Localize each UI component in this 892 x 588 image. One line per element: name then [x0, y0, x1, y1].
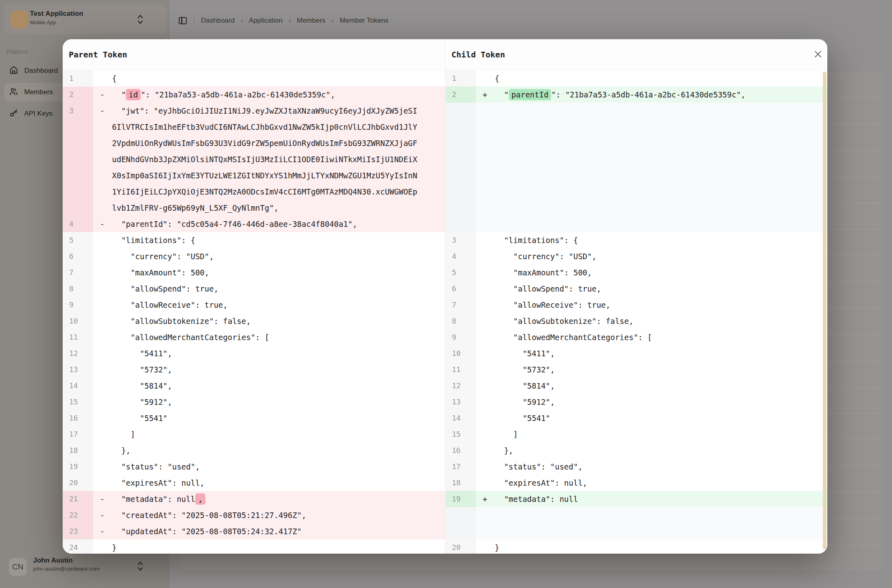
line-number: 22	[63, 507, 93, 523]
diff-line: 17 "status": "used",	[446, 459, 828, 475]
parent-token-title: Parent Token	[69, 50, 127, 59]
line-number: 3	[63, 103, 93, 216]
parent-token-diff: 1{2- "id": "21ba7a53-a5db-461a-a2bc-6143…	[63, 70, 445, 554]
diff-line: 14 "5541"	[446, 410, 828, 426]
diff-code: "allowSubtokenize": false,	[495, 313, 801, 329]
diff-line: 10 "5411",	[446, 345, 828, 362]
diff-line: 11 "5732",	[446, 362, 828, 378]
line-number: 5	[446, 264, 476, 281]
user-menu[interactable]: CN John Austin john.austin@cardware.com	[4, 556, 167, 581]
diff-line: 18 "expiresAt": null,	[446, 475, 828, 491]
breadcrumb-item[interactable]: Dashboard	[201, 17, 235, 25]
line-number: 18	[446, 475, 476, 491]
diff-code: "limitations": {	[495, 232, 801, 248]
topbar: Dashboard›Application›Members›Member Tok…	[178, 14, 389, 27]
child-token-title: Child Token	[452, 50, 505, 59]
diff-code: }	[112, 539, 418, 554]
diff-code: ]	[112, 426, 418, 442]
line-number: 11	[63, 329, 93, 345]
diff-code: }	[495, 539, 801, 554]
app-name: Test Application	[30, 10, 83, 18]
breadcrumb-item[interactable]: Members	[297, 17, 326, 25]
breadcrumb-item[interactable]: Application	[249, 17, 283, 25]
diff-code: "5814",	[112, 378, 418, 394]
line-number: 7	[63, 264, 93, 281]
diff-line: 23- "updatedAt": "2025-08-08T05:24:32.41…	[63, 523, 445, 539]
child-token-pane: Child Token 1{2+ "parentId": "21ba7a53-a…	[445, 39, 828, 554]
diff-line: 13 "5732",	[63, 362, 445, 378]
diff-line: 1{	[446, 70, 828, 87]
diff-line: 24}	[63, 539, 445, 554]
home-icon	[9, 65, 19, 77]
diff-line: 9 "allowReceive": true,	[63, 297, 445, 313]
diff-code: "5912",	[112, 394, 418, 410]
key-icon	[9, 108, 19, 120]
users-icon	[9, 87, 19, 98]
diff-code: },	[495, 442, 801, 459]
diff-code: "parentId": "21ba7a53-a5db-461a-a2bc-614…	[495, 87, 801, 103]
diff-code: "5411",	[495, 345, 801, 362]
line-number: 19	[63, 459, 93, 475]
diff-line: 9 "allowedMerchantCategories": [	[446, 329, 828, 345]
diff-line: 8 "allowSpend": true,	[63, 281, 445, 297]
diff-code: "createdAt": "2025-08-08T05:21:27.496Z",	[112, 507, 418, 523]
diff-marker: -	[93, 507, 112, 523]
diff-filler	[446, 507, 828, 539]
line-number: 20	[446, 539, 476, 554]
close-icon[interactable]	[814, 50, 822, 59]
diff-line: 17 ]	[63, 426, 445, 442]
diff-code: "allowedMerchantCategories": [	[495, 329, 801, 345]
diff-line: 19 "status": "used",	[63, 459, 445, 475]
diff-code: "5732",	[112, 362, 418, 378]
line-number: 12	[63, 345, 93, 362]
chevron-updown-icon	[137, 561, 144, 572]
diff-line: 21- "metadata": null,	[63, 491, 445, 507]
line-number: 8	[446, 313, 476, 329]
line-number: 14	[63, 378, 93, 394]
user-avatar: CN	[9, 558, 27, 576]
line-number: 4	[446, 248, 476, 264]
line-number: 10	[63, 313, 93, 329]
user-email: john.austin@cardware.com	[33, 566, 99, 572]
diff-code: "allowReceive": true,	[495, 297, 801, 313]
line-number: 23	[63, 523, 93, 539]
diff-code: ]	[495, 426, 801, 442]
diff-code: {	[495, 70, 801, 87]
app-selector[interactable]: Test Application Mobile App	[4, 5, 167, 34]
diff-code: "updatedAt": "2025-08-08T05:24:32.417Z"	[112, 523, 418, 539]
chevron-right-icon: ›	[241, 17, 243, 24]
line-number: 13	[63, 362, 93, 378]
diff-marker: +	[476, 87, 495, 103]
line-number: 18	[63, 442, 93, 459]
line-number: 17	[63, 426, 93, 442]
diff-line: 8 "allowSubtokenize": false,	[446, 313, 828, 329]
line-number: 20	[63, 475, 93, 491]
diff-code: "maxAmount": 500,	[495, 264, 801, 281]
diff-marker: -	[93, 491, 112, 507]
line-number: 8	[63, 281, 93, 297]
diff-code: {	[112, 70, 418, 87]
diff-line: 12 "5814",	[446, 378, 828, 394]
diff-code: "allowedMerchantCategories": [	[112, 329, 418, 345]
diff-code: "jwt": "eyJhbGciOiJIUzI1NiJ9.eyJwZXJtaXN…	[112, 103, 418, 216]
diff-line: 4- "parentId": "cd5c05a4-7f46-446d-a8ee-…	[63, 216, 445, 232]
sidebar-section-label: Platform	[6, 49, 27, 55]
chevron-right-icon: ›	[289, 17, 291, 24]
sidebar-toggle-icon[interactable]	[178, 16, 188, 25]
line-number: 6	[446, 281, 476, 297]
modal-scrollbar[interactable]	[823, 72, 826, 550]
diff-line: 20 "expiresAt": null,	[63, 475, 445, 491]
app-avatar	[11, 11, 28, 28]
line-number: 13	[446, 394, 476, 410]
diff-line: 14 "5814",	[63, 378, 445, 394]
line-number: 15	[63, 394, 93, 410]
diff-line: 7 "allowReceive": true,	[446, 297, 828, 313]
inline-diff-highlight: id	[126, 89, 141, 100]
diff-code: "currency": "USD",	[112, 248, 418, 264]
inline-diff-highlight: parentId	[509, 89, 552, 100]
diff-code: "5411",	[112, 345, 418, 362]
app-type: Mobile App	[30, 19, 56, 25]
diff-line: 19+ "metadata": null	[446, 491, 828, 507]
diff-line: 4 "currency": "USD",	[446, 248, 828, 264]
diff-code: "metadata": null,	[112, 491, 418, 507]
